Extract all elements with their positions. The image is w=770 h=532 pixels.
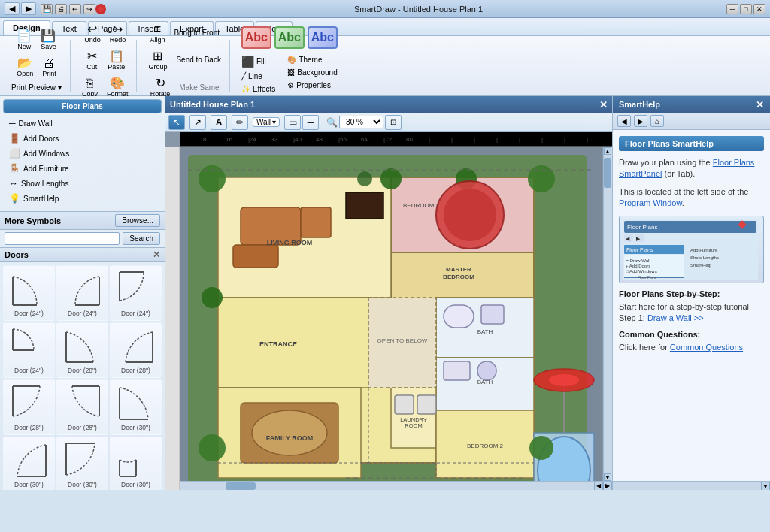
- door-item-28-2[interactable]: Door (28"): [110, 322, 162, 378]
- sh-common-questions-link[interactable]: Common Questions: [670, 343, 743, 352]
- search-button[interactable]: Search: [123, 232, 160, 245]
- door-item-30-3[interactable]: Door (30"): [56, 437, 108, 490]
- line-button[interactable]: ╱ Line: [238, 71, 279, 82]
- line-color-tool[interactable]: ─: [302, 115, 319, 130]
- align-button[interactable]: ≡ Align: [146, 21, 168, 46]
- theme-button[interactable]: 🎨 Theme: [283, 54, 341, 65]
- paste-button[interactable]: 📋 Paste: [104, 48, 129, 73]
- h-scrollbar[interactable]: ◀ ▶: [180, 481, 612, 490]
- smarthelp-close-button[interactable]: ✕: [756, 99, 764, 110]
- v-scrollbar-thumb[interactable]: [604, 158, 611, 188]
- abc-green-button[interactable]: Abc: [274, 26, 305, 49]
- abc-blue-button[interactable]: Abc: [308, 26, 338, 49]
- door-item-24-1[interactable]: Door (24"): [3, 265, 55, 321]
- door-item-28-4[interactable]: Door (28"): [56, 379, 108, 435]
- door-item-30-4[interactable]: Door (30"): [110, 437, 162, 490]
- svg-text:|: |: [587, 136, 588, 143]
- effects-button[interactable]: ✨ Effects: [238, 83, 279, 95]
- send-to-back-button[interactable]: Send to Back: [172, 53, 224, 67]
- sh-back-btn[interactable]: ◀: [617, 115, 631, 127]
- fp-item-show-lengths[interactable]: ↔ Show Lengths: [6, 177, 159, 190]
- fp-item-draw-wall[interactable]: ─ Draw Wall: [6, 116, 159, 130]
- search-input[interactable]: [5, 232, 120, 245]
- svg-text:|: |: [564, 136, 565, 143]
- smartdraw-logo: [95, 4, 106, 14]
- nav-arrows[interactable]: ◀ ▶: [5, 2, 36, 15]
- fp-item-smarthelp[interactable]: 💡 SmartHelp: [6, 192, 159, 205]
- door-item-24-4[interactable]: Door (24"): [3, 322, 55, 378]
- new-button[interactable]: 📄 New: [13, 28, 35, 53]
- zoom-fit-btn[interactable]: ⊡: [385, 115, 402, 130]
- group-button[interactable]: ⊞ Group: [144, 48, 171, 73]
- pointer-tool[interactable]: ↗: [189, 115, 206, 130]
- svg-rect-105: [346, 192, 383, 219]
- toolbar-btn-4[interactable]: ↪: [83, 4, 95, 14]
- redo-button[interactable]: ↪ Redo: [106, 21, 130, 46]
- abc-red-button[interactable]: Abc: [241, 26, 271, 49]
- canvas-wrapper[interactable]: 8 16 |24 32 |40 48 |56 64 |72 80 | | | |: [165, 132, 612, 490]
- maximize-btn[interactable]: □: [740, 4, 752, 14]
- fp-item-add-windows[interactable]: ⬜ Add Windows: [6, 147, 159, 160]
- text-tool[interactable]: A: [211, 115, 227, 130]
- zoom-select[interactable]: 30 % 50 % 75 % 100 %: [339, 116, 383, 128]
- svg-point-107: [252, 410, 327, 455]
- toolbar-btn-1[interactable]: 💾: [41, 4, 53, 14]
- select-tool[interactable]: ↖: [168, 115, 185, 130]
- toolbar-btn-3[interactable]: ↩: [69, 4, 81, 14]
- door-item-24-2[interactable]: Door (24"): [56, 265, 108, 321]
- svg-text:|56: |56: [338, 136, 347, 143]
- make-same-button[interactable]: Make Same: [175, 81, 223, 94]
- svg-text:|: |: [541, 136, 543, 143]
- cut-button[interactable]: ✂ Cut: [81, 48, 102, 73]
- floor-plan-drawing[interactable]: LIVING ROOM ENTRANCE MASTER BEDROOM BEDR…: [180, 147, 612, 490]
- window-controls[interactable]: ─ □ ✕: [726, 4, 765, 14]
- browse-button[interactable]: Browse...: [115, 214, 160, 227]
- print-preview-button[interactable]: Print Preview ▾: [8, 82, 65, 93]
- scroll-down-btn[interactable]: ▼: [604, 473, 611, 481]
- background-button[interactable]: 🖼 Background: [283, 67, 341, 78]
- smarthelp-header: SmartHelp ✕: [613, 96, 770, 113]
- door-item-30-2[interactable]: Door (30"): [3, 437, 55, 490]
- door-item-28-1[interactable]: Door (28"): [56, 322, 108, 378]
- save-button[interactable]: 💾 Save: [37, 28, 60, 53]
- pencil-tool[interactable]: ✏: [232, 115, 248, 130]
- svg-text:BEDROOM 2: BEDROOM 2: [403, 202, 440, 209]
- fp-tab-floor-plans[interactable]: Floor Plans: [4, 100, 161, 113]
- properties-button[interactable]: ⚙ Properties: [283, 80, 341, 91]
- redo-icon: ↪: [113, 23, 123, 35]
- scroll-up-btn[interactable]: ▲: [604, 147, 611, 155]
- doors-close-button[interactable]: ✕: [153, 249, 160, 260]
- fp-item-add-doors[interactable]: 🚪 Add Doors: [6, 131, 159, 145]
- door-label: Door (24"): [121, 310, 150, 317]
- door-item-28-3[interactable]: Door (28"): [3, 379, 55, 435]
- print-button[interactable]: 🖨 Print: [38, 55, 60, 80]
- fill-button[interactable]: ⬛ Fill: [238, 54, 279, 69]
- forward-btn[interactable]: ▶: [21, 2, 36, 15]
- toolbar-btn-2[interactable]: 🖨: [55, 4, 67, 14]
- door-item-30-1[interactable]: Door (30"): [110, 379, 162, 435]
- canvas-close-button[interactable]: ✕: [599, 99, 608, 110]
- sh-program-window-link[interactable]: Program Window: [619, 198, 682, 207]
- sh-forward-btn[interactable]: ▶: [634, 115, 647, 127]
- open-button[interactable]: 📂 Open: [13, 55, 37, 80]
- scroll-left-btn[interactable]: ◀: [594, 482, 603, 491]
- add-furniture-icon: 🪑: [9, 163, 20, 174]
- v-scrollbar[interactable]: ▲ ▼: [603, 147, 612, 481]
- h-scrollbar-thumb[interactable]: [226, 482, 256, 490]
- svg-text:|24: |24: [248, 136, 257, 143]
- rect-tool[interactable]: ▭: [284, 115, 301, 130]
- scroll-right-btn[interactable]: ▶: [603, 482, 612, 491]
- wall-selector[interactable]: Wall ▾: [253, 117, 280, 127]
- bring-to-front-button[interactable]: Bring to Front: [170, 26, 223, 40]
- app-title: SmartDraw - Untitled House Plan 1: [111, 5, 726, 14]
- sh-draw-wall-link[interactable]: Draw a Wall >>: [647, 313, 704, 322]
- minimize-btn[interactable]: ─: [726, 4, 738, 14]
- back-btn[interactable]: ◀: [5, 2, 20, 15]
- sh-scroll-down[interactable]: ▼: [761, 482, 770, 490]
- close-btn[interactable]: ✕: [753, 4, 765, 14]
- undo-button[interactable]: ↩ Undo: [80, 21, 105, 46]
- door-item-24-3[interactable]: Door (24"): [110, 265, 162, 321]
- fp-item-add-furniture[interactable]: 🪑 Add Furniture: [6, 162, 159, 175]
- sh-home-btn[interactable]: ⌂: [650, 115, 664, 127]
- h-scroll-arrows[interactable]: ◀ ▶: [594, 482, 612, 491]
